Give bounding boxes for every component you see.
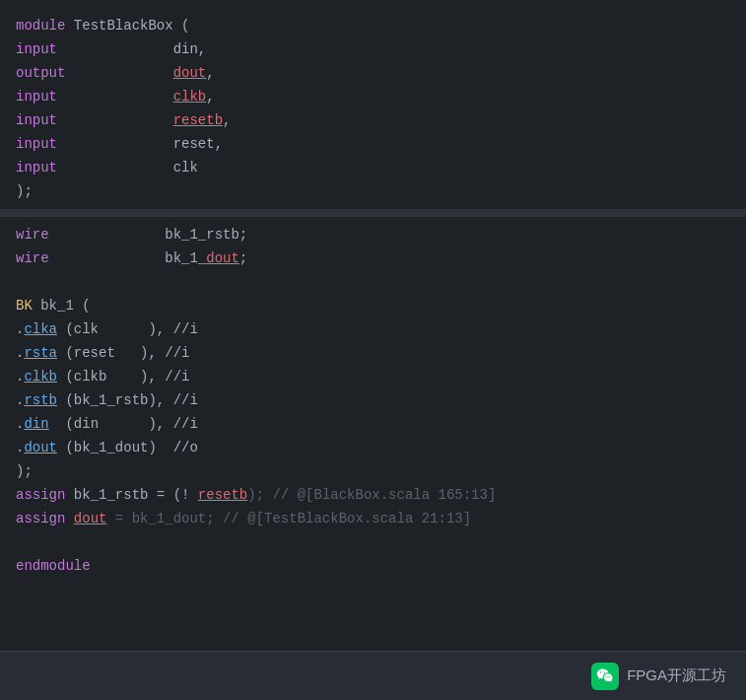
code-empty-line (0, 530, 746, 554)
code-line: input reset, (0, 132, 746, 156)
footer-bar: FPGA开源工坊 (0, 651, 746, 700)
code-line: assign bk_1_rstb = (! resetb); // @[Blac… (0, 483, 746, 507)
code-line: endmodule (0, 554, 746, 578)
code-line: .dout (bk_1_dout) //o (0, 436, 746, 459)
footer-logo: FPGA开源工坊 (591, 663, 726, 690)
code-line: module TestBlackBox ( (0, 14, 746, 37)
code-editor: module TestBlackBox ( input din, output … (0, 0, 746, 651)
code-line: ); (0, 459, 746, 483)
code-line: wire bk_1_dout; (0, 246, 746, 270)
code-line: output dout, (0, 61, 746, 85)
code-line: input clk (0, 156, 746, 179)
code-line: .din (din ), //i (0, 412, 746, 436)
code-line: .clka (clk ), //i (0, 317, 746, 341)
code-line: wire bk_1_rstb; (0, 223, 746, 246)
code-line: .clkb (clkb ), //i (0, 365, 746, 388)
footer-brand-text: FPGA开源工坊 (627, 666, 726, 685)
code-empty-line (0, 270, 746, 294)
code-line: .rstb (bk_1_rstb), //i (0, 388, 746, 412)
code-line: input resetb, (0, 108, 746, 132)
code-line: ); (0, 179, 746, 203)
code-line: BK bk_1 ( (0, 294, 746, 317)
code-line: assign dout = bk_1_dout; // @[TestBlackB… (0, 507, 746, 530)
code-line: .rsta (reset ), //i (0, 341, 746, 365)
code-line: input din, (0, 37, 746, 61)
code-line: input clkb, (0, 85, 746, 108)
wechat-icon (591, 663, 619, 690)
code-divider (0, 209, 746, 217)
